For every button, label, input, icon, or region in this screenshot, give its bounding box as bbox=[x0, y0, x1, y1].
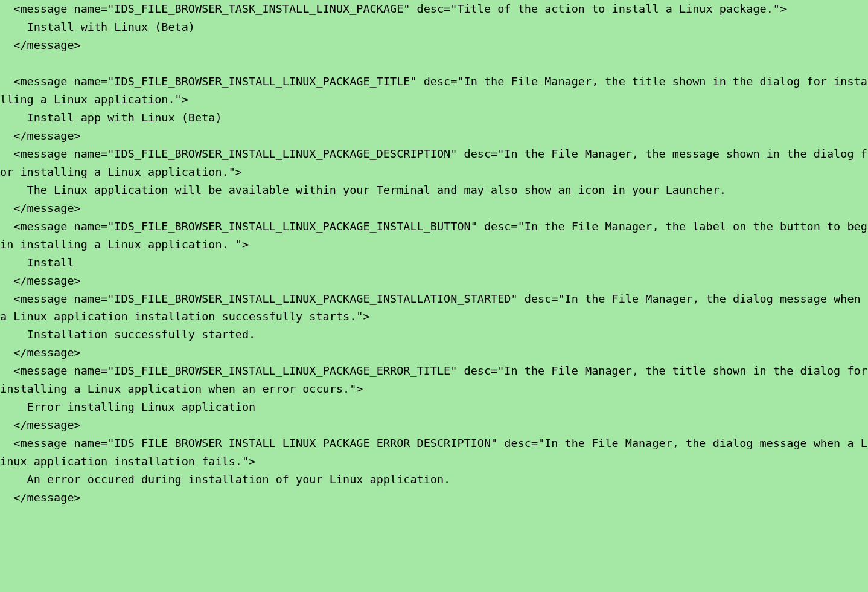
msg-5-open: <message name="IDS_FILE_BROWSER_INSTALL_… bbox=[0, 364, 868, 395]
msg-4-close: </message> bbox=[0, 346, 81, 359]
msg-2-close: </message> bbox=[0, 202, 81, 214]
msg-3-body: Install bbox=[0, 256, 74, 269]
msg-4-open: <message name="IDS_FILE_BROWSER_INSTALL_… bbox=[0, 292, 867, 323]
msg-4-body: Installation successfully started. bbox=[0, 328, 255, 341]
msg-2-body: The Linux application will be available … bbox=[0, 184, 726, 196]
msg-6-open: <message name="IDS_FILE_BROWSER_INSTALL_… bbox=[0, 437, 867, 468]
msg-5-body: Error installing Linux application bbox=[0, 401, 255, 413]
msg-1-body: Install app with Linux (Beta) bbox=[0, 111, 222, 124]
msg-6-body: An error occured during installation of … bbox=[0, 473, 450, 486]
msg-0-body: Install with Linux (Beta) bbox=[0, 21, 195, 33]
msg-6-close: </message> bbox=[0, 491, 81, 504]
msg-3-close: </message> bbox=[0, 274, 81, 287]
msg-1-close: </message> bbox=[0, 129, 81, 142]
msg-2-open: <message name="IDS_FILE_BROWSER_INSTALL_… bbox=[0, 147, 867, 178]
code-block: <message name="IDS_FILE_BROWSER_TASK_INS… bbox=[0, 0, 868, 507]
msg-0-close: </message> bbox=[0, 39, 81, 51]
msg-1-open: <message name="IDS_FILE_BROWSER_INSTALL_… bbox=[0, 75, 867, 106]
msg-5-close: </message> bbox=[0, 419, 81, 431]
msg-3-open: <message name="IDS_FILE_BROWSER_INSTALL_… bbox=[0, 220, 867, 251]
msg-0-open: <message name="IDS_FILE_BROWSER_TASK_INS… bbox=[0, 2, 787, 15]
